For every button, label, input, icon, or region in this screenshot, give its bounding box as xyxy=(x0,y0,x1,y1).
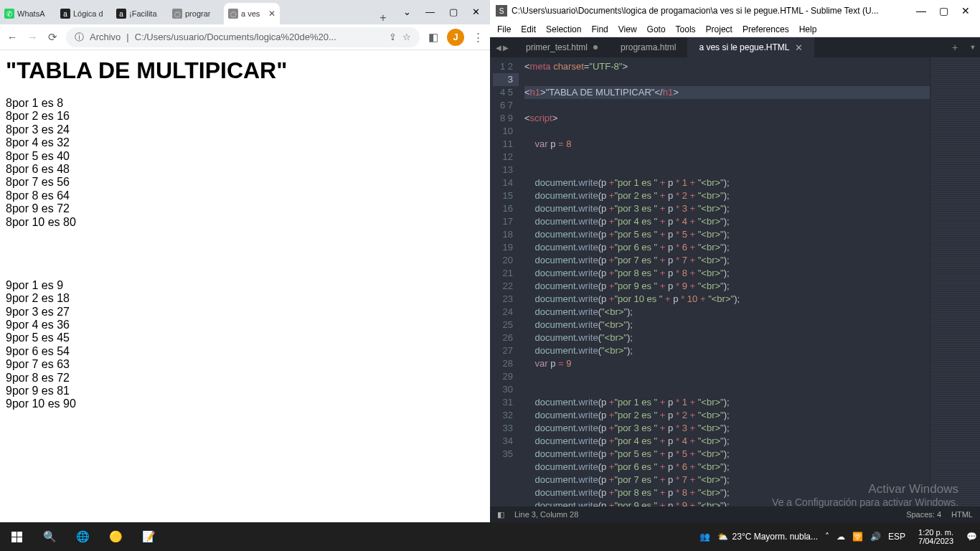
weather-widget[interactable]: ⛅ 23°C Mayorm. nubla... xyxy=(717,532,819,542)
chrome-window-controls: ⌄ — ▢ ✕ xyxy=(393,6,490,24)
status-language[interactable]: HTML xyxy=(951,510,973,519)
weather-icon: ⛅ xyxy=(717,532,728,542)
meet-now-icon[interactable]: 👥 xyxy=(699,532,710,542)
chrome-tab[interactable]: aLógica d xyxy=(56,3,112,24)
status-spaces[interactable]: Spaces: 4 xyxy=(906,510,941,519)
sublime-minimize-button[interactable]: — xyxy=(916,5,926,17)
volume-icon[interactable]: 🔊 xyxy=(870,532,881,542)
star-icon[interactable]: ☆ xyxy=(402,32,411,42)
address-bar[interactable]: ⓘ Archivo | C:/Users/usuario/Documents/l… xyxy=(66,27,420,47)
language-indicator[interactable]: ESP xyxy=(888,532,905,542)
favicon: ◌ xyxy=(228,9,238,19)
multiplication-block-2: 9por 1 es 99por 2 es 189por 3 es 279por … xyxy=(6,279,484,411)
menu-goto[interactable]: Goto xyxy=(647,24,666,34)
sidebar-icon[interactable]: ◧ xyxy=(427,31,440,44)
menu-selection[interactable]: Selection xyxy=(546,24,581,34)
sublime-menu-bar: FileEditSelectionFindViewGotoToolsProjec… xyxy=(490,22,980,37)
chrome-tab[interactable]: a¡Facilita xyxy=(112,3,168,24)
date-text: 7/04/2023 xyxy=(918,537,953,545)
sublime-status-bar: ◧ Line 3, Column 28 Spaces: 4 HTML xyxy=(490,507,980,522)
page-content: "TABLA DE MULTIPICAR" 8por 1 es 88por 2 … xyxy=(0,50,490,522)
line-gutter: 1 2 3 4 5 6 7 8 9 10 11 12 13 14 15 16 1… xyxy=(490,57,519,507)
sublime-maximize-button[interactable]: ▢ xyxy=(939,5,948,17)
tab-name: primer_test.html xyxy=(526,42,588,52)
menu-icon[interactable]: ⋮ xyxy=(471,31,484,44)
chrome-maximize-button[interactable]: ▢ xyxy=(449,6,458,17)
minimap[interactable] xyxy=(930,57,980,507)
menu-preferences[interactable]: Preferences xyxy=(743,24,789,34)
share-icon[interactable]: ⇪ xyxy=(389,32,397,42)
editor-tab[interactable]: primer_test.html xyxy=(514,37,609,57)
chrome-titlebar: ✆WhatsAaLógica da¡Facilita◌prograr◌a ves… xyxy=(0,0,490,24)
tab-name: programa.html xyxy=(621,42,676,52)
back-button[interactable]: ← xyxy=(6,31,19,44)
editor-tab[interactable]: a ves si le pegue.HTML✕ xyxy=(687,37,814,57)
forward-button[interactable]: → xyxy=(26,31,39,44)
menu-find[interactable]: Find xyxy=(591,24,608,34)
taskbar-chrome-icon[interactable]: 🌐 xyxy=(66,522,99,551)
taskbar-sublime-icon[interactable]: 📝 xyxy=(132,522,165,551)
tab-title: Lógica d xyxy=(73,9,103,18)
onedrive-icon[interactable]: ☁ xyxy=(837,532,845,542)
dirty-indicator xyxy=(593,45,598,50)
chrome-close-button[interactable]: ✕ xyxy=(472,6,480,17)
start-button[interactable] xyxy=(0,522,33,551)
chrome-tab[interactable]: ◌prograr xyxy=(168,3,224,24)
time-text: 1:20 p. m. xyxy=(918,528,953,537)
new-tab-button[interactable]: + xyxy=(373,11,393,24)
chrome-minimize-button[interactable]: — xyxy=(425,6,435,17)
favicon: ✆ xyxy=(4,9,14,19)
close-icon[interactable]: ✕ xyxy=(795,42,803,53)
favicon: a xyxy=(60,9,70,19)
code-area[interactable]: <meta charset="UTF-8"> <h1>"TABLA DE MUL… xyxy=(519,57,930,507)
system-tray: 👥 ⛅ 23°C Mayorm. nubla... ˄ ☁ 🛜 🔊 ESP 1:… xyxy=(699,528,980,545)
network-icon[interactable]: 🛜 xyxy=(852,532,863,542)
favicon: a xyxy=(116,9,126,19)
clock[interactable]: 1:20 p. m. 7/04/2023 xyxy=(913,528,959,545)
tab-name: a ves si le pegue.HTML xyxy=(699,42,789,52)
taskbar-chrome-canary-icon[interactable]: 🟡 xyxy=(99,522,132,551)
sublime-tab-dropdown[interactable]: ▼ xyxy=(966,37,980,57)
tray-expand-icon[interactable]: ˄ xyxy=(825,532,829,542)
windows-taskbar: 🔍 🌐 🟡 📝 👥 ⛅ 23°C Mayorm. nubla... ˄ ☁ 🛜 … xyxy=(0,522,980,551)
reload-button[interactable]: ⟳ xyxy=(46,31,59,44)
menu-file[interactable]: File xyxy=(497,24,511,34)
tab-title: prograr xyxy=(185,9,210,18)
menu-view[interactable]: View xyxy=(618,24,637,34)
sublime-new-tab[interactable]: + xyxy=(944,37,966,57)
sublime-close-button[interactable]: ✕ xyxy=(961,5,970,17)
menu-edit[interactable]: Edit xyxy=(521,24,536,34)
multiplication-block-1: 8por 1 es 88por 2 es 168por 3 es 248por … xyxy=(6,97,484,229)
url-text: C:/Users/usuario/Documents/logica%20de%2… xyxy=(135,32,336,42)
sublime-app-icon: S xyxy=(496,5,507,17)
profile-avatar[interactable]: J xyxy=(447,29,464,46)
tab-nav-arrows[interactable]: ◀ ▶ xyxy=(490,37,514,57)
sublime-title-text: C:\Users\usuario\Documents\logica de pro… xyxy=(512,6,916,16)
editor-body: 1 2 3 4 5 6 7 8 9 10 11 12 13 14 15 16 1… xyxy=(490,57,980,507)
menu-tools[interactable]: Tools xyxy=(676,24,696,34)
sublime-tab-bar: ◀ ▶ primer_test.htmlprograma.htmla ves s… xyxy=(490,37,980,57)
tab-title: WhatsA xyxy=(17,9,45,18)
close-icon[interactable]: ✕ xyxy=(268,9,275,19)
info-icon: ⓘ xyxy=(75,31,84,44)
chrome-tab[interactable]: ◌a ves✕ xyxy=(224,3,280,24)
editor-tab[interactable]: programa.html xyxy=(609,37,687,57)
favicon: ◌ xyxy=(172,9,182,19)
tab-title: a ves xyxy=(241,9,260,18)
sublime-window: S C:\Users\usuario\Documents\logica de p… xyxy=(490,0,980,522)
weather-text: 23°C Mayorm. nubla... xyxy=(732,532,819,542)
sublime-window-controls: — ▢ ✕ xyxy=(916,5,974,17)
chrome-tab[interactable]: ✆WhatsA xyxy=(0,3,56,24)
chrome-dropdown-icon[interactable]: ⌄ xyxy=(403,6,411,17)
sublime-titlebar: S C:\Users\usuario\Documents\logica de p… xyxy=(490,0,980,22)
chrome-tabs: ✆WhatsAaLógica da¡Facilita◌prograr◌a ves… xyxy=(0,0,373,24)
search-button[interactable]: 🔍 xyxy=(33,522,66,551)
status-position: Line 3, Column 28 xyxy=(514,510,578,519)
tab-title: ¡Facilita xyxy=(129,9,157,18)
menu-help[interactable]: Help xyxy=(799,24,817,34)
notifications-icon[interactable]: 💬 xyxy=(966,532,977,542)
archivo-label: Archivo xyxy=(90,32,121,42)
page-title: "TABLA DE MULTIPICAR" xyxy=(6,57,484,84)
menu-project[interactable]: Project xyxy=(706,24,732,34)
status-sidebar-icon[interactable]: ◧ xyxy=(497,510,504,519)
